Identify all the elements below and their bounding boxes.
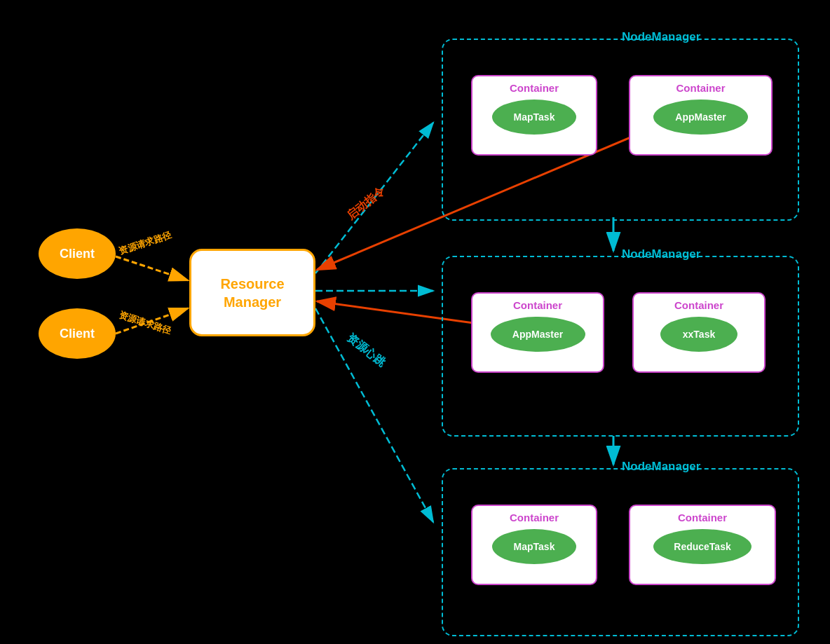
xxtask-1: xxTask (660, 317, 737, 352)
reducetask-1-label: ReduceTask (674, 541, 730, 552)
client-2-label: Client (60, 327, 95, 341)
maptask-2: MapTask (492, 529, 576, 564)
appmaster-1: AppMaster (653, 100, 748, 135)
maptask-1-label: MapTask (514, 111, 555, 123)
resource-manager: Resource Manager (189, 249, 315, 336)
rm-to-nm1-label: 启动指令 (343, 184, 388, 224)
node-manager-3: NodeManager Container MapTask Container … (442, 468, 799, 636)
client-rm-lower-label: 资源请求路径 (117, 308, 173, 337)
client-1: Client (39, 228, 116, 279)
maptask-1: MapTask (492, 100, 576, 135)
diagram-container: Client Client 资源请求路径 资源请求路径 Resource Man… (0, 0, 830, 644)
container-6: Container ReduceTask (629, 505, 776, 585)
client-1-label: Client (60, 247, 95, 261)
appmaster-2: AppMaster (491, 317, 585, 352)
nm1-label: NodeManager (622, 30, 700, 44)
reducetask-1: ReduceTask (653, 529, 751, 564)
appmaster-2-label: AppMaster (512, 329, 563, 340)
xxtask-1-label: xxTask (683, 329, 715, 340)
container-4: Container xxTask (632, 292, 766, 373)
nm3-label: NodeManager (622, 460, 700, 474)
node-manager-1: NodeManager Container MapTask Container … (442, 39, 799, 221)
container-3: Container AppMaster (471, 292, 604, 373)
nm2-label: NodeManager (622, 247, 700, 261)
container-1-label: Container (510, 82, 559, 94)
container-2-label: Container (676, 82, 725, 94)
resource-manager-label: Resource Manager (220, 275, 284, 311)
node-manager-2: NodeManager Container AppMaster Containe… (442, 256, 799, 437)
container-1: Container MapTask (471, 75, 597, 156)
container-4-label: Container (674, 299, 723, 311)
client-2: Client (39, 308, 116, 359)
svg-line-4 (116, 256, 188, 280)
container-2: Container AppMaster (629, 75, 773, 156)
container-5: Container MapTask (471, 505, 597, 585)
svg-line-8 (315, 308, 433, 522)
client-rm-upper-label: 资源请求路径 (117, 228, 173, 257)
rm-to-nm3-label: 资源心跳 (343, 331, 388, 371)
container-5-label: Container (510, 512, 559, 523)
container-3-label: Container (513, 299, 562, 311)
maptask-2-label: MapTask (514, 541, 555, 552)
container-6-label: Container (678, 512, 727, 523)
appmaster-1-label: AppMaster (675, 111, 726, 123)
